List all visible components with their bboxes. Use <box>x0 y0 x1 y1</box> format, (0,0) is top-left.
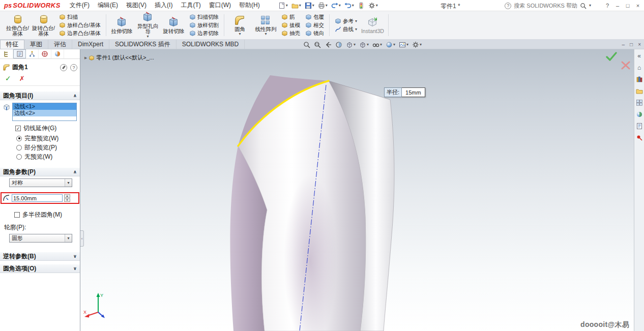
draft-button[interactable]: 拔模 <box>280 22 301 29</box>
confirmation-cancel-button[interactable] <box>621 61 630 70</box>
swept-cut-button[interactable]: 扫描切除 <box>188 14 220 21</box>
tab-dimxpert[interactable]: DimXpert <box>72 40 109 49</box>
tab-solidworks-addins[interactable]: SOLIDWORKS 插件 <box>109 40 177 49</box>
edit-appearance-button[interactable]: ▾ <box>386 41 395 48</box>
full-preview-radio[interactable] <box>16 136 22 141</box>
fillet-button[interactable]: 圆角▾ <box>227 13 253 38</box>
tab-sketch[interactable]: 草图 <box>24 40 48 49</box>
fillet-radius-input[interactable] <box>12 194 63 202</box>
menu-view[interactable]: 视图(V) <box>122 0 151 11</box>
fillet-method-select[interactable]: 对称 ▾ <box>9 178 72 187</box>
custom-properties-icon[interactable] <box>635 122 643 130</box>
chevron-down-icon[interactable]: ∨ <box>73 254 77 259</box>
part-model[interactable] <box>80 49 634 331</box>
rib-button[interactable]: 筋 <box>280 14 301 21</box>
dimxpert-manager-tab[interactable] <box>39 49 51 58</box>
tab-evaluate[interactable]: 评估 <box>48 40 72 49</box>
menu-file[interactable]: 文件(F) <box>66 0 94 11</box>
dropdown-arrow-icon[interactable]: ▾ <box>265 32 267 36</box>
home-icon[interactable]: ⌂ <box>635 64 643 72</box>
options-button[interactable]: ▾ <box>367 2 379 10</box>
appearances-scenes-icon[interactable] <box>635 110 643 118</box>
dropdown-arrow-icon[interactable]: ▾ <box>339 4 341 8</box>
hole-wizard-button[interactable]: 异型孔向导▾ <box>135 10 161 40</box>
help-icon[interactable]: ? <box>70 64 77 71</box>
dropdown-arrow-icon[interactable]: ▾ <box>326 4 328 8</box>
dropdown-arrow-icon[interactable]: ▾ <box>354 43 356 47</box>
extrude-cut-button[interactable]: 拉伸切除 <box>109 15 135 36</box>
partial-preview-radio[interactable] <box>16 145 22 151</box>
edge-list-item[interactable]: 边线<2> <box>13 110 76 116</box>
lofted-boss-button[interactable]: 放样凸台/基体 <box>58 22 102 29</box>
dropdown-arrow-icon[interactable]: ▾ <box>393 43 395 47</box>
view-palette-icon[interactable] <box>635 99 643 107</box>
setback-parameters-header[interactable]: 逆转参数(B) ∨ <box>0 252 80 261</box>
boundary-cut-button[interactable]: 边界切除 <box>188 30 220 37</box>
spin-down-button[interactable]: ▼ <box>64 198 70 202</box>
apply-scene-button[interactable]: ▾ <box>399 41 408 48</box>
dropdown-arrow-icon[interactable]: ▾ <box>352 4 354 8</box>
zoom-to-area-button[interactable] <box>314 41 321 48</box>
select-arrow-icon[interactable]: ▾ <box>65 179 72 187</box>
chevron-down-icon[interactable]: ∨ <box>73 266 77 271</box>
model-body[interactable] <box>230 75 394 331</box>
new-document-button[interactable]: ▾ <box>277 2 289 10</box>
ok-button[interactable]: ✓ <box>5 74 11 82</box>
linear-pattern-button[interactable]: 线性阵列▾ <box>253 13 279 38</box>
radius-callout[interactable]: 半径: 15mm <box>384 87 425 97</box>
intersect-button[interactable]: 相交 <box>304 22 325 29</box>
help-search[interactable]: ? 搜索 SOLIDWORKS 帮助 ▾ <box>503 1 593 11</box>
wrap-button[interactable]: 包覆 <box>304 14 325 21</box>
dropdown-arrow-icon[interactable]: ▾ <box>355 19 357 23</box>
property-manager-tab[interactable] <box>13 49 26 58</box>
dropdown-arrow-icon[interactable]: ▾ <box>147 35 149 39</box>
dropdown-arrow-icon[interactable]: ▾ <box>286 4 288 8</box>
tab-features[interactable]: 特征 <box>0 40 24 49</box>
curves-button[interactable]: 曲线▾ <box>334 26 358 33</box>
keep-visible-pin-icon[interactable] <box>60 64 67 71</box>
edge-list[interactable]: 边线<1> 边线<2> <box>12 103 77 121</box>
dropdown-arrow-icon[interactable]: ▾ <box>355 27 357 32</box>
fillet-parameters-header[interactable]: 圆角参数(P) ∧ <box>0 167 80 176</box>
cancel-button[interactable]: ✗ <box>19 75 25 82</box>
graphics-viewport[interactable]: ▶ 零件1 (默认<<默认>_... 半径: 15mm Y X dooooi <box>80 49 634 331</box>
dropdown-arrow-icon[interactable]: ▾ <box>239 32 241 36</box>
fillet-profile-select[interactable]: 圆形 ▾ <box>9 234 72 243</box>
configuration-manager-tab[interactable] <box>26 49 39 58</box>
view-orientation-button[interactable]: ▾ <box>346 41 356 48</box>
maximize-button[interactable]: □ <box>623 3 633 9</box>
dropdown-arrow-icon[interactable]: ▾ <box>312 4 314 8</box>
swept-boss-button[interactable]: 扫描 <box>58 14 102 21</box>
feature-manager-tab[interactable] <box>1 49 13 58</box>
callout-value-field[interactable]: 15mm <box>402 87 425 97</box>
items-to-fillet-header[interactable]: 圆角项目(I) ∧ <box>0 91 80 100</box>
menu-tools[interactable]: 工具(T) <box>177 0 204 11</box>
undo-button[interactable]: ▾ <box>330 2 342 10</box>
menu-help[interactable]: 帮助(H) <box>235 0 264 11</box>
instant3d-button[interactable]: Instant3D <box>360 15 386 36</box>
previous-view-button[interactable] <box>325 41 332 48</box>
save-button[interactable]: ▾ <box>304 2 315 10</box>
spin-up-button[interactable]: ▲ <box>64 194 70 198</box>
menu-window[interactable]: 窗口(W) <box>205 0 235 11</box>
doc-restore-button[interactable]: □ <box>630 42 633 47</box>
help-menu-button[interactable]: ? <box>602 3 612 9</box>
dropdown-arrow-icon[interactable]: ▾ <box>420 43 422 47</box>
boundary-boss-button[interactable]: 边界凸台/基体 <box>58 30 102 37</box>
hide-show-items-button[interactable]: ▾ <box>372 41 382 48</box>
minimize-button[interactable]: – <box>612 3 623 9</box>
zoom-to-fit-button[interactable] <box>303 41 310 48</box>
chevron-up-icon[interactable]: ∧ <box>73 93 77 98</box>
close-button[interactable]: × <box>633 3 643 9</box>
tab-solidworks-mbd[interactable]: SOLIDWORKS MBD <box>177 40 245 49</box>
search-dropdown-icon[interactable]: ▾ <box>589 4 591 8</box>
search-icon[interactable] <box>580 3 587 9</box>
rebuild-button[interactable] <box>357 2 366 10</box>
fillet-options-header[interactable]: 圆角选项(O) ∨ <box>0 264 80 273</box>
revolve-boss-button[interactable]: 旋转凸台/基体 <box>31 12 56 38</box>
shell-button[interactable]: 抽壳 <box>280 30 301 37</box>
display-manager-tab[interactable] <box>51 49 64 58</box>
doc-minimize-button[interactable]: – <box>622 42 625 47</box>
dropdown-arrow-icon[interactable]: ▾ <box>380 43 382 47</box>
dropdown-arrow-icon[interactable]: ▾ <box>406 43 408 47</box>
